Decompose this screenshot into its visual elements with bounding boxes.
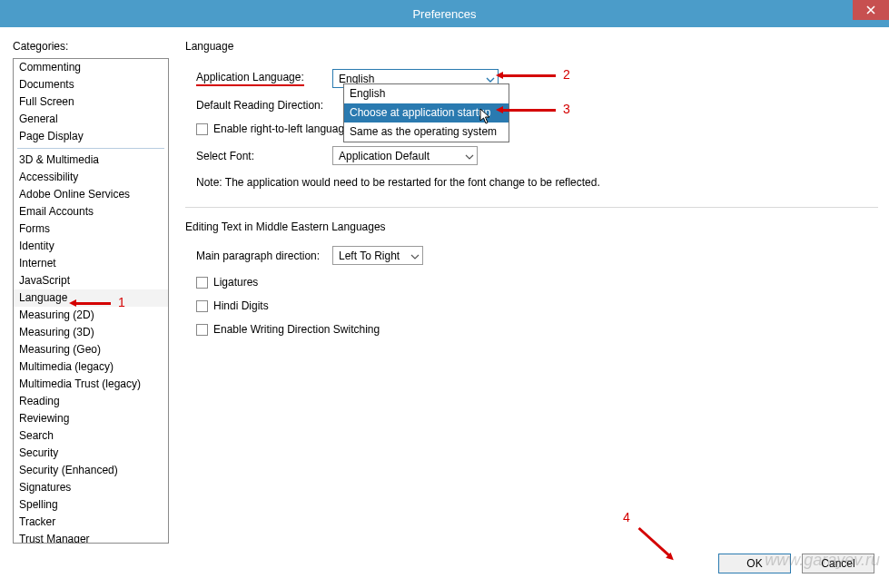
category-item[interactable]: Documents <box>14 76 168 93</box>
chevron-down-icon <box>465 150 474 162</box>
category-item[interactable]: Commenting <box>14 59 168 76</box>
hindi-digits-checkbox[interactable] <box>196 300 208 312</box>
dropdown-item[interactable]: Choose at application startup <box>344 103 509 122</box>
category-item[interactable]: Identity <box>14 238 168 255</box>
category-item[interactable]: Multimedia (legacy) <box>14 358 168 376</box>
writing-direction-checkbox[interactable] <box>196 324 208 336</box>
category-item[interactable]: Reading <box>14 393 168 410</box>
select-font-value: Application Default <box>339 150 430 162</box>
paragraph-direction-value: Left To Right <box>339 250 400 262</box>
category-item[interactable]: Multimedia Trust (legacy) <box>14 376 168 393</box>
close-button[interactable] <box>853 0 889 20</box>
category-item[interactable]: 3D & Multimedia <box>14 152 168 169</box>
close-icon <box>866 3 875 17</box>
category-item[interactable]: Measuring (3D) <box>14 324 168 341</box>
dropdown-item[interactable]: Same as the operating system <box>344 122 509 142</box>
ligatures-checkbox-row[interactable]: Ligatures <box>185 276 878 289</box>
app-language-dropdown[interactable]: EnglishChoose at application startupSame… <box>343 83 509 142</box>
chevron-down-icon <box>410 250 420 262</box>
select-font-label: Select Font: <box>196 150 332 162</box>
reading-direction-label: Default Reading Direction: <box>196 99 332 112</box>
hindi-digits-label: Hindi Digits <box>213 299 269 312</box>
category-item[interactable]: Security (Enhanced) <box>14 462 168 479</box>
app-language-label: Application Language: <box>196 71 332 86</box>
category-item[interactable]: Spelling <box>14 496 168 514</box>
section-middle-eastern-title: Editing Text in Middle Eastern Languages <box>185 220 878 233</box>
cancel-button[interactable]: Cancel <box>802 554 874 573</box>
category-item[interactable]: Page Display <box>14 128 168 145</box>
section-language-title: Language <box>185 40 878 53</box>
rtl-checkbox-row[interactable]: Enable right-to-left language options <box>185 122 878 135</box>
rtl-checkbox[interactable] <box>196 123 208 135</box>
ligatures-label: Ligatures <box>213 276 258 289</box>
select-font-combo[interactable]: Application Default <box>332 146 478 165</box>
category-item[interactable]: Measuring (2D) <box>14 307 168 324</box>
category-item[interactable]: Signatures <box>14 479 168 496</box>
hindi-digits-checkbox-row[interactable]: Hindi Digits <box>185 299 878 312</box>
titlebar: Preferences <box>0 0 889 27</box>
writing-direction-checkbox-row[interactable]: Enable Writing Direction Switching <box>185 323 878 336</box>
paragraph-direction-combo[interactable]: Left To Right <box>332 246 423 265</box>
category-item[interactable]: Tracker <box>14 514 168 531</box>
categories-label: Categories: <box>13 40 169 53</box>
category-item[interactable]: Internet <box>14 255 168 272</box>
section-separator <box>185 207 878 208</box>
category-item[interactable]: Accessibility <box>14 169 168 186</box>
category-item[interactable]: Full Screen <box>14 93 168 111</box>
category-item[interactable]: Reviewing <box>14 410 168 427</box>
category-item[interactable]: JavaScript <box>14 272 168 289</box>
category-item[interactable]: Forms <box>14 220 168 238</box>
category-item[interactable]: Language <box>14 289 168 307</box>
ligatures-checkbox[interactable] <box>196 277 208 289</box>
category-item[interactable]: Email Accounts <box>14 203 168 220</box>
category-item[interactable]: Measuring (Geo) <box>14 341 168 358</box>
ok-button[interactable]: OK <box>718 554 791 573</box>
category-item[interactable]: Trust Manager <box>14 531 168 544</box>
category-item[interactable]: Search <box>14 427 168 445</box>
paragraph-direction-label: Main paragraph direction: <box>196 250 332 262</box>
dropdown-item[interactable]: English <box>344 84 509 103</box>
window-title: Preferences <box>412 7 476 21</box>
category-item[interactable]: Adobe Online Services <box>14 186 168 203</box>
font-restart-note: Note: The application would need to be r… <box>185 176 878 189</box>
category-item[interactable]: General <box>14 111 168 128</box>
category-item[interactable]: Security <box>14 445 168 462</box>
category-separator <box>17 148 164 149</box>
writing-direction-label: Enable Writing Direction Switching <box>213 323 380 336</box>
categories-list[interactable]: CommentingDocumentsFull ScreenGeneralPag… <box>13 58 169 544</box>
